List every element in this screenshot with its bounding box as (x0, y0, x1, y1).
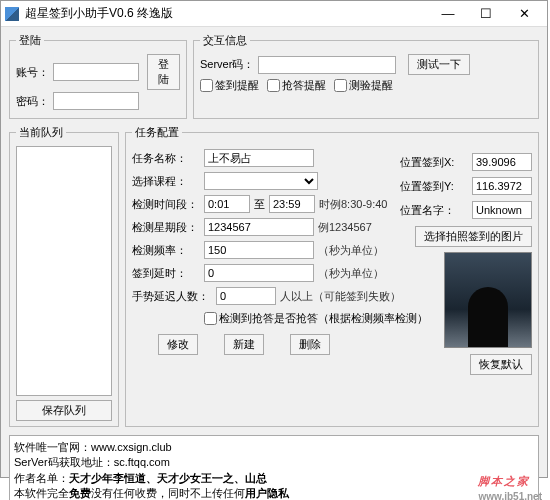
queue-group: 当前队列 保存队列 (9, 125, 119, 427)
task-group: 任务配置 任务名称： 选择课程： 检测时间段： 至 时例8:30-9:40 (125, 125, 539, 427)
timeslot-label: 检测时间段： (132, 197, 200, 212)
gesture-input[interactable] (216, 287, 276, 305)
login-button[interactable]: 登陆 (147, 54, 180, 90)
posname-label: 位置名字： (400, 203, 468, 218)
freq-label: 检测频率： (132, 243, 200, 258)
maximize-button[interactable]: ☐ (467, 3, 505, 25)
server-input[interactable] (258, 56, 396, 74)
time-from-input[interactable] (204, 195, 250, 213)
account-input[interactable] (53, 63, 139, 81)
modify-button[interactable]: 修改 (158, 334, 198, 355)
interact-group: 交互信息 Server码： 测试一下 签到提醒 抢答提醒 测验提醒 (193, 33, 539, 119)
delay-input[interactable] (204, 264, 314, 282)
new-button[interactable]: 新建 (224, 334, 264, 355)
titlebar: 超星签到小助手V0.6 终逸版 — ☐ ✕ (1, 1, 547, 27)
posy-input[interactable] (472, 177, 532, 195)
posname-input[interactable] (472, 201, 532, 219)
restore-default-button[interactable]: 恢复默认 (470, 354, 532, 375)
info-line: 作者名单：天才少年李恒道、天才少女王一之、山总 (14, 471, 534, 486)
account-label: 账号： (16, 65, 49, 80)
freq-unit: （秒为单位） (318, 243, 384, 258)
gesture-label: 手势延迟人数： (132, 289, 212, 304)
password-input[interactable] (53, 92, 139, 110)
password-label: 密码： (16, 94, 49, 109)
login-group: 登陆 账号： 登陆 密码： (9, 33, 187, 119)
server-label: Server码： (200, 57, 254, 72)
test-button[interactable]: 测试一下 (408, 54, 470, 75)
photo-preview (444, 252, 532, 348)
weekday-hint: 例1234567 (318, 220, 372, 235)
delay-label: 签到延时： (132, 266, 200, 281)
posx-input[interactable] (472, 153, 532, 171)
quiz-remind-checkbox[interactable]: 测验提醒 (334, 78, 393, 93)
course-select[interactable] (204, 172, 318, 190)
login-legend: 登陆 (16, 33, 44, 48)
window-title: 超星签到小助手V0.6 终逸版 (25, 5, 429, 22)
queue-list[interactable] (16, 146, 112, 396)
choose-photo-button[interactable]: 选择拍照签到的图片 (415, 226, 532, 247)
answer-remind-checkbox[interactable]: 抢答提醒 (267, 78, 326, 93)
info-line: 本软件完全免费没有任何收费，同时不上传任何用户隐私 (14, 486, 534, 500)
time-hint: 时例8:30-9:40 (319, 197, 387, 212)
queue-legend: 当前队列 (16, 125, 66, 140)
task-name-label: 任务名称： (132, 151, 200, 166)
course-label: 选择课程： (132, 174, 200, 189)
task-name-input[interactable] (204, 149, 314, 167)
info-line: SerVer码获取地址：sc.ftqq.com (14, 455, 534, 470)
to-label: 至 (254, 197, 265, 212)
info-line: 软件唯一官网：www.cxsign.club (14, 440, 534, 455)
task-legend: 任务配置 (132, 125, 182, 140)
close-button[interactable]: ✕ (505, 3, 543, 25)
time-to-input[interactable] (269, 195, 315, 213)
gesture-hint: 人以上（可能签到失败） (280, 289, 401, 304)
minimize-button[interactable]: — (429, 3, 467, 25)
delay-unit: （秒为单位） (318, 266, 384, 281)
posy-label: 位置签到Y: (400, 179, 468, 194)
posx-label: 位置签到X: (400, 155, 468, 170)
save-queue-button[interactable]: 保存队列 (16, 400, 112, 421)
weekday-input[interactable] (204, 218, 314, 236)
delete-button[interactable]: 删除 (290, 334, 330, 355)
signin-remind-checkbox[interactable]: 签到提醒 (200, 78, 259, 93)
info-panel: 软件唯一官网：www.cxsign.club SerVer码获取地址：sc.ft… (9, 435, 539, 500)
freq-input[interactable] (204, 241, 314, 259)
weekday-label: 检测星期段： (132, 220, 200, 235)
interact-legend: 交互信息 (200, 33, 250, 48)
app-icon (5, 7, 19, 21)
